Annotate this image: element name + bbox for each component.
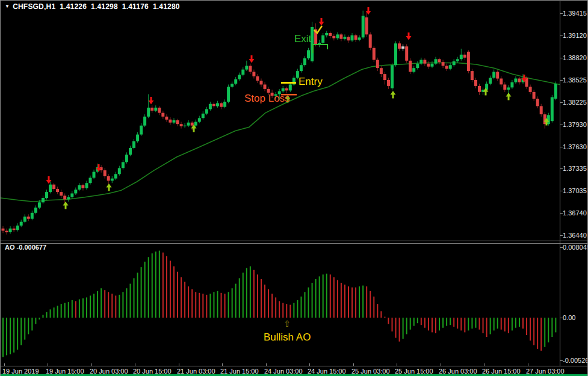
time-axis-label: 20 Jun 03:00 xyxy=(90,368,128,375)
mt4-chart-window: ▼CHFSGD,H11.412261.412981.411761.41280 A… xyxy=(0,0,588,376)
price-axis-label: 1.37630 xyxy=(563,143,587,150)
candles-layer xyxy=(2,11,557,235)
chart-area[interactable] xyxy=(1,1,588,376)
buy-arrow-icon xyxy=(107,183,112,191)
price-close: 1.41280 xyxy=(153,2,180,11)
time-axis-label: 21 Jun 03:00 xyxy=(177,368,215,375)
price-axis-label: 1.39120 xyxy=(563,32,587,39)
sell-arrow-icon xyxy=(149,97,154,105)
price-axis-label: 1.39415 xyxy=(563,10,587,17)
price-axis-label: 1.36740 xyxy=(563,209,587,217)
time-axis-label: 24 Jun 15:00 xyxy=(308,368,346,375)
sell-arrow-icon xyxy=(46,176,52,184)
entry-line xyxy=(281,82,296,84)
sell-arrow-icon xyxy=(249,55,255,63)
bullish-ao-up-arrow-icon: ⇧ xyxy=(283,319,291,328)
sell-arrow-icon xyxy=(319,18,324,26)
price-axis-label: 1.37930 xyxy=(563,121,587,128)
chart-title: ▼CHFSGD,H11.412261.412981.411761.41280 xyxy=(5,2,180,11)
time-axis-label: 27 Jun 03:00 xyxy=(526,368,565,375)
ao-indicator-label: AO -0.000677 xyxy=(5,244,46,251)
bullish-ao-annotation: Bullish AO xyxy=(264,331,311,344)
sell-arrow-icon xyxy=(406,32,412,40)
ao-axis-label: 0.00 xyxy=(563,314,575,321)
time-axis-label: 20 Jun 15:00 xyxy=(133,368,172,375)
exit-annotation: Exit xyxy=(294,33,311,45)
price-high: 1.41298 xyxy=(91,2,118,11)
price-axis-label: 1.37335 xyxy=(563,165,587,172)
price-axis-label: 1.38820 xyxy=(563,54,587,61)
price-axis-label: 1.36440 xyxy=(563,232,587,239)
time-axis-label: 19 Jun 15:00 xyxy=(46,368,84,375)
symbol-label: CHFSGD,H1 xyxy=(13,2,55,11)
buy-arrow-icon xyxy=(63,202,69,209)
symbol-dropdown-icon[interactable]: ▼ xyxy=(5,4,10,9)
time-axis-label: 26 Jun 03:00 xyxy=(439,368,477,375)
price-axis-label: 1.37035 xyxy=(563,187,587,194)
time-axis-label: 21 Jun 15:00 xyxy=(220,368,259,375)
ao-axis-label: -0.005263 xyxy=(563,357,588,364)
price-open: 1.41226 xyxy=(60,2,87,11)
stop-loss-annotation: Stop Loss xyxy=(244,93,290,105)
time-axis-label: 25 Jun 03:00 xyxy=(351,368,390,375)
ao-axis-label: 0.008045 xyxy=(563,244,588,251)
entry-annotation: Entry xyxy=(299,76,323,88)
time-axis-label: 24 Jun 03:00 xyxy=(264,368,303,375)
time-axis-label: 25 Jun 15:00 xyxy=(395,368,433,375)
time-axis-label: 26 Jun 15:00 xyxy=(482,368,521,375)
price-axis-label: 1.38225 xyxy=(563,99,587,106)
buy-arrow-icon xyxy=(391,91,396,99)
price-axis-label: 1.38525 xyxy=(563,76,587,84)
time-axis-label: 19 Jun 2019 xyxy=(2,368,39,375)
exit-bracket xyxy=(313,45,327,53)
buy-arrow-icon xyxy=(506,93,512,100)
price-low: 1.41176 xyxy=(122,2,149,11)
